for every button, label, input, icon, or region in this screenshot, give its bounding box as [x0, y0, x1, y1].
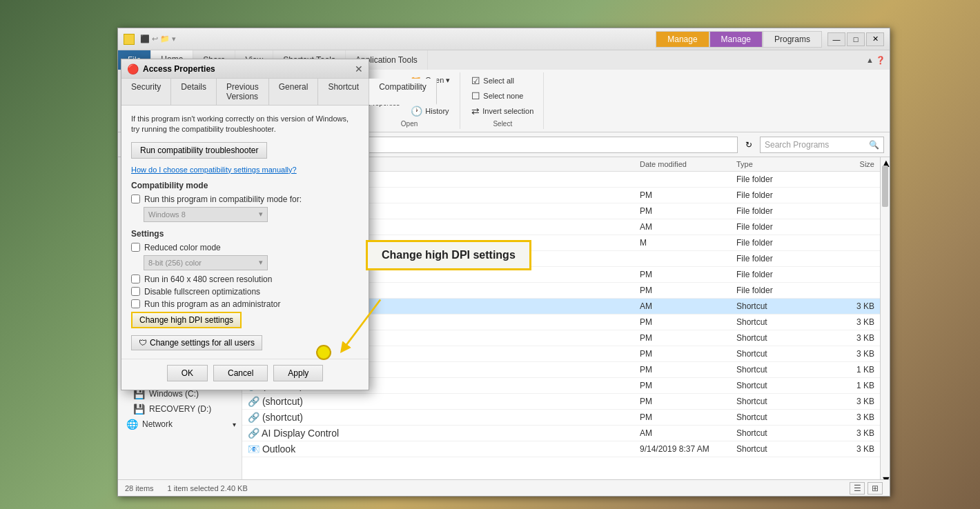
file-date: PM [640, 190, 736, 200]
table-row[interactable]: 📧 Outlook 9/14/2019 8:37 AM Shortcut 3 K… [242, 441, 880, 457]
ribbon-collapse-icon[interactable]: ▲ ❓ [866, 56, 885, 65]
select-none-icon: ☐ [471, 90, 480, 101]
dialog-tab-shortcut[interactable]: Shortcut [318, 79, 369, 105]
dialog-title-icon: 🔴 [127, 63, 139, 74]
cancel-button[interactable]: Cancel [213, 365, 268, 381]
dialog-description: If this program isn't working correctly … [131, 114, 359, 135]
col-size-header[interactable]: Size [819, 160, 874, 168]
file-date: PM [640, 333, 736, 343]
select-none-button[interactable]: ☐ Select none [467, 89, 538, 103]
title-bar: ⬛ ↩ 📁 ▾ Manage Manage Programs — □ ✕ [118, 28, 890, 50]
file-type: Shortcut [736, 317, 819, 327]
manual-link[interactable]: How do I choose compatibility settings m… [131, 166, 359, 174]
dialog-close-button[interactable]: ✕ [355, 63, 363, 74]
scroll-thumb[interactable] [882, 166, 888, 207]
sidebar-recovery-d-label: RECOVERY (D:) [149, 404, 211, 414]
settings-section: Settings Reduced color mode 8-bit (256) … [131, 229, 359, 331]
reduced-color-row: Reduced color mode [131, 243, 359, 252]
compat-mode-checkbox-row: Run this program in compatibility mode f… [131, 194, 359, 204]
highlight-circle [316, 345, 331, 360]
search-placeholder: Search Programs [765, 140, 829, 150]
table-row[interactable]: 🔗 (shortcut) PM Shortcut 3 KB [242, 410, 880, 426]
compat-mode-value: Windows 8 [148, 210, 186, 219]
file-type: File folder [736, 222, 819, 232]
dialog-title-text: Access Properties [143, 64, 355, 74]
screen-res-label: Run in 640 x 480 screen resolution [144, 275, 272, 284]
file-date: AM [640, 222, 736, 232]
run-as-admin-checkbox[interactable] [131, 299, 140, 308]
compat-mode-dropdown[interactable]: Windows 8 ▾ [144, 207, 268, 222]
screen-res-checkbox[interactable] [131, 275, 140, 283]
close-button[interactable]: ✕ [866, 32, 884, 46]
sidebar-item-recovery-d[interactable]: 💾 RECOVERY (D:) [118, 401, 242, 417]
col-date-header[interactable]: Date modified [640, 160, 736, 168]
dialog-tab-details[interactable]: Details [171, 79, 217, 105]
scroll-arrow-up[interactable]: ▲ [881, 157, 890, 163]
history-button[interactable]: 🕐 History [406, 104, 454, 118]
file-type: Shortcut [736, 397, 819, 406]
compat-mode-checkbox-label: Run this program in compatibility mode f… [144, 194, 302, 204]
dialog-tab-compatibility[interactable]: Compatibility [369, 79, 437, 105]
file-type: File folder [736, 174, 819, 184]
ok-button[interactable]: OK [167, 365, 208, 381]
tab-programs[interactable]: Programs [763, 31, 822, 48]
file-type: Shortcut [736, 428, 819, 438]
file-size: 3 KB [819, 397, 874, 406]
refresh-button[interactable]: ↻ [741, 137, 757, 153]
tab-manage2[interactable]: Manage [709, 31, 763, 48]
dialog-tab-previous-versions[interactable]: Previous Versions [217, 79, 269, 105]
maximize-button[interactable]: □ [847, 32, 865, 46]
dialog-title-bar: 🔴 Access Properties ✕ [121, 59, 369, 79]
dialog-tab-general[interactable]: General [269, 79, 319, 105]
file-date: 9/14/2019 8:37 AM [640, 444, 736, 454]
details-view-button[interactable]: ☰ [850, 482, 865, 495]
status-selected: 1 item selected 2.40 KB [168, 484, 248, 492]
compat-mode-checkbox[interactable] [131, 194, 140, 203]
change-settings-all-users-button[interactable]: 🛡 Change settings for all users [131, 335, 262, 350]
disable-fullscreen-label: Disable fullscreen optimizations [144, 287, 260, 297]
file-size: 1 KB [819, 365, 874, 375]
settings-label: Settings [131, 229, 359, 239]
file-size: 1 KB [819, 381, 874, 390]
disable-fullscreen-checkbox[interactable] [131, 287, 140, 296]
select-label: Select [493, 120, 512, 129]
status-bar-right: ☰ ⊞ [850, 482, 883, 495]
reduced-color-label: Reduced color mode [144, 243, 221, 252]
search-box[interactable]: Search Programs 🔍 [760, 137, 884, 153]
invert-icon: ⇄ [471, 106, 480, 117]
callout-box: Change high DPI settings [366, 240, 531, 270]
apply-button[interactable]: Apply [273, 365, 323, 381]
file-type: File folder [736, 206, 819, 216]
recovery-d-icon: 💾 [133, 403, 145, 415]
dialog-tabs: Security Details Previous Versions Gener… [121, 79, 369, 106]
vertical-scrollbar[interactable]: ▲ ▼ [880, 157, 890, 479]
invert-label: Invert selection [482, 107, 533, 115]
shortcut-row-icon: 🔗 (shortcut) [248, 412, 636, 423]
color-depth-dropdown[interactable]: 8-bit (256) color ▾ [144, 255, 268, 270]
compatibility-mode-label: Compatibility mode [131, 181, 359, 190]
sidebar-network-label: Network [142, 419, 173, 429]
run-troubleshooter-button[interactable]: Run compatibility troubleshooter [131, 142, 267, 159]
col-type-header[interactable]: Type [736, 160, 819, 168]
tab-manage1[interactable]: Manage [656, 31, 709, 48]
disable-fullscreen-row: Disable fullscreen optimizations [131, 287, 359, 297]
file-type: File folder [736, 286, 819, 295]
select-group-vertical: ☑ Select all ☐ Select none ⇄ Invert sele… [467, 74, 538, 118]
change-dpi-button[interactable]: Change high DPI settings [131, 312, 242, 328]
select-all-button[interactable]: ☑ Select all [467, 74, 538, 88]
network-icon: 🌐 [126, 419, 138, 430]
reduced-color-checkbox[interactable] [131, 243, 140, 252]
large-icons-view-button[interactable]: ⊞ [868, 482, 883, 495]
scroll-arrow-down[interactable]: ▼ [881, 474, 890, 479]
select-all-label: Select all [483, 77, 514, 85]
file-size: 3 KB [819, 428, 874, 438]
dialog-tab-security[interactable]: Security [121, 79, 171, 105]
outlook-row-icon: 📧 Outlook [248, 443, 636, 455]
invert-selection-button[interactable]: ⇄ Invert selection [467, 104, 538, 118]
sidebar-item-network[interactable]: 🌐 Network ▾ [118, 417, 242, 432]
table-row[interactable]: 🔗 (shortcut) PM Shortcut 3 KB [242, 394, 880, 410]
file-type: Shortcut [736, 381, 819, 390]
table-row[interactable]: 🔗 AI Display Control AM Shortcut 3 KB [242, 426, 880, 441]
file-date: PM [640, 412, 736, 422]
minimize-button[interactable]: — [827, 32, 845, 46]
